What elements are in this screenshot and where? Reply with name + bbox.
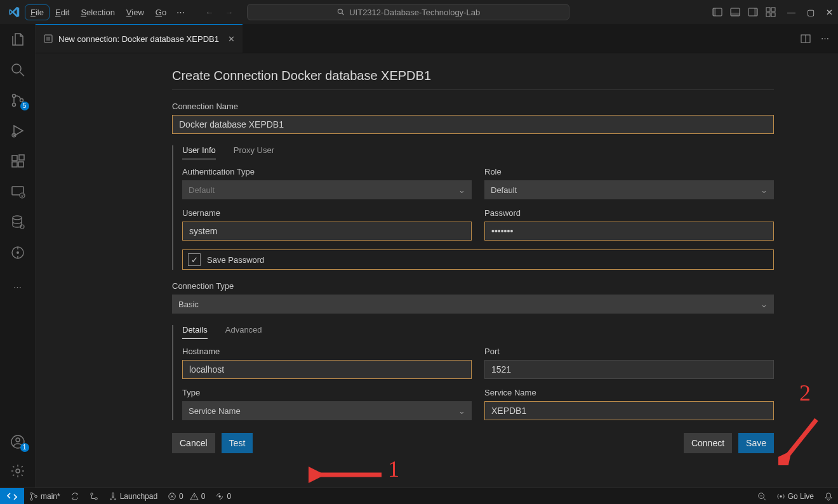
- save-password-row[interactable]: ✓ Save Password: [182, 249, 774, 270]
- test-button[interactable]: Test: [222, 433, 253, 453]
- window-controls: — ▢ ✕: [787, 8, 833, 17]
- nav-arrows: ← →: [205, 8, 233, 17]
- notifications-icon[interactable]: [819, 492, 838, 501]
- svg-point-48: [780, 495, 782, 498]
- service-name-label: Service Name: [484, 388, 774, 397]
- chevron-down-icon: ⌄: [761, 300, 768, 309]
- source-control-icon[interactable]: 5: [9, 91, 27, 109]
- editor-body: Create Connection Docker database XEPDB1…: [36, 53, 838, 487]
- search-text: UIT2312-Database-Technology-Lab: [349, 8, 480, 17]
- role-select[interactable]: Default ⌄: [484, 180, 774, 199]
- hostname-input[interactable]: [182, 360, 472, 379]
- menu-selection[interactable]: Selection: [76, 5, 119, 20]
- tab-bar: New connection: Docker database XEPDB1 ✕…: [36, 24, 838, 53]
- tab-advanced[interactable]: Advanced: [225, 325, 262, 339]
- settings-gear-icon[interactable]: [9, 462, 27, 480]
- tab-close-icon[interactable]: ✕: [228, 34, 235, 44]
- toggle-primary-sidebar-icon[interactable]: [712, 7, 722, 17]
- auth-type-select[interactable]: Default ⌄: [182, 180, 472, 199]
- toggle-panel-icon[interactable]: [730, 7, 740, 17]
- problems-status[interactable]: 0 0: [163, 492, 210, 501]
- editor-area: New connection: Docker database XEPDB1 ✕…: [36, 24, 838, 487]
- status-bar: main* Launchpad 0 0 0 Go Live: [0, 487, 838, 504]
- svg-point-40: [90, 493, 93, 495]
- menu-go[interactable]: Go: [150, 5, 171, 20]
- svg-rect-18: [12, 156, 17, 161]
- tab-new-connection[interactable]: New connection: Docker database XEPDB1 ✕: [36, 24, 243, 53]
- explorer-icon[interactable]: [9, 30, 27, 48]
- svg-point-24: [13, 216, 22, 220]
- database-icon[interactable]: [9, 213, 27, 231]
- sync-icon[interactable]: [65, 492, 84, 501]
- command-center[interactable]: UIT2312-Database-Technology-Lab: [247, 4, 569, 20]
- split-editor-icon[interactable]: [801, 34, 811, 44]
- svg-point-30: [16, 469, 20, 473]
- svg-line-13: [20, 72, 24, 76]
- maximize-icon[interactable]: ▢: [807, 8, 815, 17]
- ports-status[interactable]: 0: [210, 492, 236, 501]
- port-label: Port: [484, 347, 774, 356]
- minimize-icon[interactable]: —: [787, 8, 795, 17]
- svg-rect-19: [12, 162, 17, 167]
- tab-details[interactable]: Details: [182, 325, 208, 339]
- search-activity-icon[interactable]: [9, 61, 27, 79]
- username-input[interactable]: [182, 222, 472, 241]
- menu-overflow-icon[interactable]: ⋯: [174, 5, 187, 20]
- go-live-status[interactable]: Go Live: [771, 492, 819, 501]
- run-debug-icon[interactable]: [9, 122, 27, 140]
- chevron-down-icon: ⌄: [458, 406, 465, 416]
- menu-file[interactable]: File: [25, 5, 49, 20]
- connection-icon: [43, 34, 53, 44]
- save-button[interactable]: Save: [738, 433, 774, 453]
- tab-proxy-user[interactable]: Proxy User: [234, 145, 274, 159]
- save-password-checkbox[interactable]: ✓: [188, 253, 201, 266]
- svg-rect-5: [731, 13, 740, 16]
- menu-view[interactable]: View: [121, 5, 149, 20]
- close-icon[interactable]: ✕: [826, 8, 833, 17]
- connect-button[interactable]: Connect: [684, 433, 732, 453]
- svg-rect-3: [713, 8, 716, 16]
- chevron-down-icon: ⌄: [761, 185, 768, 195]
- remote-explorer-icon[interactable]: [9, 183, 27, 201]
- nav-back-icon[interactable]: ←: [205, 8, 213, 17]
- svg-point-14: [12, 95, 15, 98]
- svg-rect-11: [771, 13, 775, 17]
- svg-point-44: [219, 495, 222, 498]
- svg-point-12: [12, 64, 21, 73]
- connection-type-select[interactable]: Basic ⌄: [172, 295, 774, 314]
- extensions-icon[interactable]: [9, 152, 27, 170]
- launchpad-status[interactable]: Launchpad: [103, 492, 163, 501]
- auth-type-label: Authentication Type: [182, 167, 472, 176]
- role-label: Role: [484, 167, 774, 176]
- menu-edit[interactable]: Edit: [50, 5, 74, 20]
- customize-layout-icon[interactable]: [766, 7, 776, 17]
- password-input[interactable]: [484, 222, 774, 241]
- svg-line-1: [342, 13, 344, 15]
- username-label: Username: [182, 208, 472, 218]
- more-actions-icon[interactable]: ⋯: [821, 34, 829, 43]
- svg-rect-10: [766, 13, 770, 17]
- svg-rect-32: [46, 37, 50, 41]
- remote-indicator[interactable]: [0, 488, 24, 504]
- nav-forward-icon[interactable]: →: [225, 8, 233, 17]
- connection-name-input[interactable]: [172, 115, 774, 134]
- svg-rect-20: [18, 162, 23, 167]
- accounts-icon[interactable]: 1: [9, 433, 27, 451]
- footer-buttons: Cancel Test Connect Save: [172, 433, 774, 453]
- type-select[interactable]: Service Name ⌄: [182, 401, 472, 420]
- overflow-icon[interactable]: ⋯: [9, 278, 27, 296]
- svg-point-37: [30, 492, 33, 494]
- git-branch[interactable]: main*: [24, 492, 65, 501]
- tab-user-info[interactable]: User Info: [182, 145, 216, 159]
- cancel-button[interactable]: Cancel: [172, 433, 215, 453]
- zoom-status-icon[interactable]: [752, 492, 771, 501]
- page-title: Create Connection Docker database XEPDB1: [172, 69, 774, 83]
- gitlens-icon[interactable]: [9, 244, 27, 262]
- service-name-input[interactable]: [484, 401, 774, 420]
- gitlens-status-icon[interactable]: [84, 492, 103, 501]
- toggle-secondary-sidebar-icon[interactable]: [748, 7, 758, 17]
- port-input[interactable]: [484, 360, 774, 379]
- type-label: Type: [182, 388, 472, 397]
- svg-point-27: [17, 251, 19, 254]
- activity-bar: 5 ⋯ 1: [0, 24, 36, 487]
